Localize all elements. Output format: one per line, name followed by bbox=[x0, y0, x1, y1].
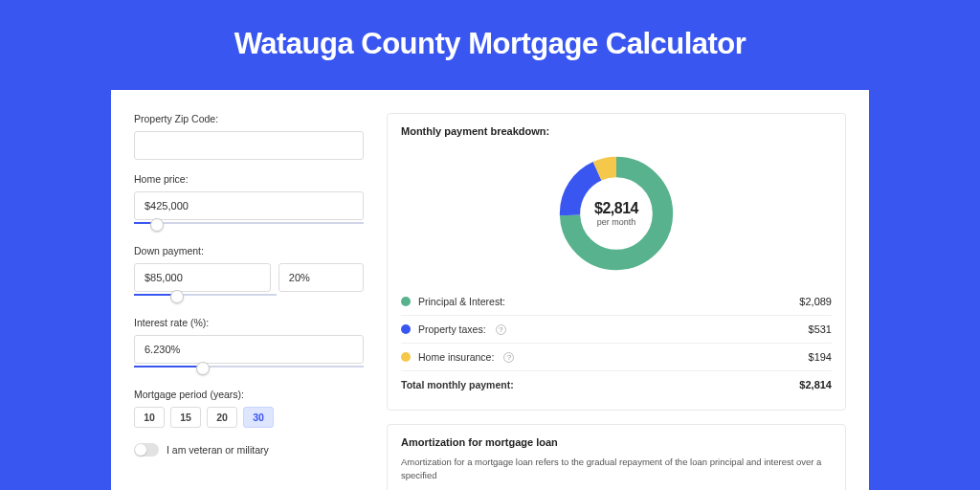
legend-value: $2,089 bbox=[799, 296, 832, 307]
info-icon[interactable]: ? bbox=[503, 352, 514, 363]
interest-rate-label: Interest rate (%): bbox=[134, 317, 364, 328]
legend-label: Property taxes: bbox=[418, 323, 486, 335]
amortization-panel: Amortization for mortgage loan Amortizat… bbox=[387, 424, 846, 490]
down-payment-slider[interactable] bbox=[134, 290, 277, 303]
legend: Principal & Interest:$2,089Property taxe… bbox=[401, 288, 832, 398]
legend-label: Principal & Interest: bbox=[418, 296, 505, 307]
mortgage-period-label: Mortgage period (years): bbox=[134, 389, 364, 400]
period-btn-30[interactable]: 30 bbox=[243, 407, 274, 428]
down-payment-pct-input[interactable] bbox=[278, 263, 364, 292]
veteran-label: I am veteran or military bbox=[167, 444, 269, 456]
donut-chart-wrap: $2,814 per month bbox=[401, 145, 832, 288]
results-column: Monthly payment breakdown: $2,814 per mo… bbox=[387, 113, 846, 490]
form-column: Property Zip Code: Home price: Down paym… bbox=[134, 113, 364, 490]
legend-total-label: Total monthly payment: bbox=[401, 379, 514, 390]
period-btn-20[interactable]: 20 bbox=[207, 407, 237, 428]
home-price-label: Home price: bbox=[134, 173, 364, 185]
amortization-text: Amortization for a mortgage loan refers … bbox=[401, 456, 832, 482]
legend-row: Principal & Interest:$2,089 bbox=[401, 288, 832, 315]
down-payment-group: Down payment: bbox=[134, 245, 364, 303]
calculator-card: Property Zip Code: Home price: Down paym… bbox=[111, 90, 869, 490]
donut-center-amount: $2,814 bbox=[594, 200, 638, 217]
legend-dot-icon bbox=[401, 324, 411, 334]
interest-rate-group: Interest rate (%): bbox=[134, 317, 364, 375]
home-price-group: Home price: bbox=[134, 173, 364, 232]
zip-label: Property Zip Code: bbox=[134, 113, 364, 124]
period-btn-10[interactable]: 10 bbox=[134, 407, 165, 428]
home-price-input[interactable] bbox=[134, 191, 364, 220]
page-title: Watauga County Mortgage Calculator bbox=[0, 0, 980, 82]
card-backdrop: Property Zip Code: Home price: Down paym… bbox=[103, 82, 877, 490]
legend-value: $194 bbox=[809, 351, 832, 363]
breakdown-title: Monthly payment breakdown: bbox=[401, 125, 832, 137]
legend-value: $531 bbox=[809, 323, 832, 335]
zip-input[interactable] bbox=[134, 131, 364, 160]
mortgage-period-group: Mortgage period (years): 10152030 bbox=[134, 389, 364, 428]
donut-center-sub: per month bbox=[594, 217, 638, 227]
interest-rate-slider[interactable] bbox=[134, 362, 364, 375]
slider-thumb-icon[interactable] bbox=[150, 218, 164, 232]
interest-rate-input[interactable] bbox=[134, 335, 364, 364]
zip-group: Property Zip Code: bbox=[134, 113, 364, 160]
period-btn-15[interactable]: 15 bbox=[170, 407, 201, 428]
legend-dot-icon bbox=[401, 352, 411, 362]
legend-total-value: $2,814 bbox=[799, 379, 832, 390]
legend-label: Home insurance: bbox=[418, 351, 494, 363]
toggle-knob-icon bbox=[135, 444, 146, 456]
slider-thumb-icon[interactable] bbox=[196, 362, 210, 375]
legend-total-row: Total monthly payment:$2,814 bbox=[401, 370, 832, 398]
slider-thumb-icon[interactable] bbox=[170, 290, 184, 303]
info-icon[interactable]: ? bbox=[496, 324, 506, 335]
veteran-toggle-row: I am veteran or military bbox=[134, 443, 364, 457]
veteran-toggle[interactable] bbox=[134, 443, 159, 457]
legend-row: Home insurance:?$194 bbox=[401, 343, 832, 370]
down-payment-label: Down payment: bbox=[134, 245, 364, 256]
down-payment-input[interactable] bbox=[134, 263, 271, 292]
donut-chart: $2,814 per month bbox=[555, 152, 678, 275]
mortgage-period-buttons: 10152030 bbox=[134, 407, 364, 428]
home-price-slider[interactable] bbox=[134, 218, 364, 232]
amortization-title: Amortization for mortgage loan bbox=[401, 436, 832, 448]
legend-row: Property taxes:?$531 bbox=[401, 315, 832, 343]
legend-dot-icon bbox=[401, 297, 411, 306]
breakdown-panel: Monthly payment breakdown: $2,814 per mo… bbox=[387, 113, 846, 411]
